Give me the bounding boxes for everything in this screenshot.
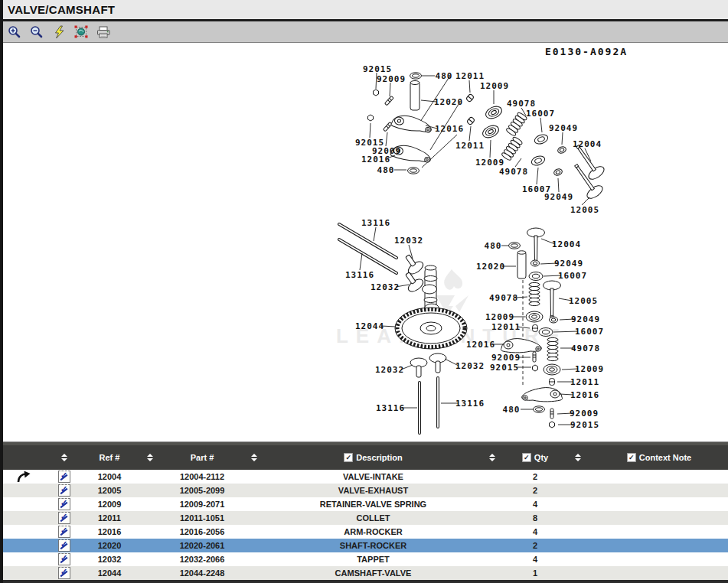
part-label[interactable]: 12016 [361,155,390,164]
zoom-out-icon[interactable] [29,24,44,40]
col-context-label[interactable]: Context Note [639,453,691,462]
part-label[interactable]: 13116 [361,218,390,228]
cell-arrow [0,525,47,539]
part-label[interactable]: 12020 [476,262,505,272]
part-label[interactable]: 12004 [552,239,581,249]
part-label[interactable]: 12011 [455,71,485,81]
cell-description: COLLET [266,511,480,525]
part-label[interactable]: 49078 [489,293,518,303]
part-label[interactable]: 12044 [355,321,384,331]
part-label[interactable]: 12009 [480,81,509,91]
part-label[interactable]: 480 [436,71,453,81]
col-description-label[interactable]: Description [356,453,403,462]
part-details-icon[interactable] [58,498,70,510]
sort-icon[interactable] [251,454,257,461]
part-label[interactable]: 12032 [371,282,400,292]
part-details-icon[interactable] [58,526,70,538]
table-row[interactable]: 1201112011-1051COLLET8 [0,511,728,525]
table-body: 1200412004-2112VALVE-INTAKE21200512005-2… [0,470,728,580]
part-label[interactable]: 92009 [377,74,406,84]
part-label[interactable]: 16007 [526,109,555,119]
part-label[interactable]: 12011 [455,141,485,151]
part-label[interactable]: 12032 [455,361,485,371]
part-label[interactable]: 12016 [466,340,495,350]
table-row[interactable]: 1201612016-2056ARM-ROCKER4 [0,525,728,539]
part-details-icon[interactable] [58,567,70,579]
qty-checkbox[interactable] [522,453,531,462]
cell-icon [47,511,81,525]
part-label[interactable]: 12009 [575,364,604,374]
part-label[interactable]: 13116 [345,270,374,280]
part-label[interactable]: 12005 [570,205,599,215]
page-title: VALVE/CAMSHAFT [0,3,115,16]
part-label[interactable]: 49078 [507,99,536,109]
cell-ref: 12009 [81,497,138,511]
col-part-label[interactable]: Part # [191,453,214,462]
cell-qty: 4 [504,525,566,539]
part-label[interactable]: 12011 [491,322,521,332]
cell-qty: 8 [504,511,566,525]
part-label[interactable]: 16007 [575,327,604,337]
part-label[interactable]: 12005 [569,296,598,306]
part-label[interactable]: 12020 [434,97,463,107]
part-label[interactable]: 480 [503,405,521,415]
cell-part: 12004-2112 [162,470,242,484]
part-label[interactable]: 12016 [570,390,599,400]
part-label[interactable]: 13116 [455,399,485,409]
part-label[interactable]: 480 [377,165,395,175]
cell-description: RETAINER-VALVE SPRING [266,497,480,511]
part-label[interactable]: 92009 [491,353,521,363]
part-label[interactable]: 92049 [544,192,573,202]
part-label[interactable]: 12032 [394,236,423,246]
part-label[interactable]: 92009 [570,409,599,419]
cell-ref: 12020 [81,539,138,552]
part-label[interactable]: 92015 [570,420,599,430]
cell-description: CAMSHAFT-VALVE [266,566,480,580]
part-label[interactable]: 12009 [485,312,514,322]
part-label[interactable]: 12032 [375,365,404,375]
part-label[interactable]: 92015 [490,363,519,373]
part-details-icon[interactable] [58,539,70,552]
context-note-checkbox[interactable] [627,453,636,462]
description-checkbox[interactable] [344,453,353,462]
col-qty-label[interactable]: Qty [534,453,548,462]
sort-icon[interactable] [489,454,495,461]
part-label[interactable]: 480 [485,241,502,251]
cell-icon [47,525,81,539]
cell-part: 12020-2061 [162,539,242,552]
part-details-icon[interactable] [58,471,70,483]
table-row[interactable]: 1200912009-2071RETAINER-VALVE SPRING4 [0,497,728,511]
part-label[interactable]: 16007 [558,271,587,281]
part-label[interactable]: 12004 [573,139,602,149]
part-label[interactable]: 13116 [376,403,405,413]
sort-icon[interactable] [575,454,581,461]
part-label[interactable]: 92049 [571,314,600,324]
part-details-icon[interactable] [58,512,70,524]
part-details-icon[interactable] [58,484,70,497]
cell-arrow [0,552,47,566]
sort-icon[interactable] [61,454,67,461]
sort-icon[interactable] [147,454,153,461]
hotspot-select-icon[interactable] [73,24,89,40]
zoom-in-icon[interactable] [7,24,22,40]
cell-icon [47,552,81,566]
table-row[interactable]: 1202012020-2061SHAFT-ROCKER2 [0,539,728,552]
col-ref-label[interactable]: Ref # [100,453,120,462]
part-details-icon[interactable] [58,553,70,565]
part-label[interactable]: 49078 [571,344,600,353]
table-row[interactable]: 1200412004-2112VALVE-INTAKE2 [0,470,728,484]
diagram-code: E0130-A092A [545,46,628,57]
part-label[interactable]: 12011 [570,377,599,387]
cell-qty: 4 [504,552,566,566]
leader-line [562,132,563,145]
table-row[interactable]: 1204412044-2248CAMSHAFT-VALVE1 [0,566,728,580]
update-lightning-icon[interactable] [51,24,67,40]
table-row[interactable]: 1200512005-2099VALVE-EXHAUST2 [0,484,728,497]
part-label[interactable]: 92049 [549,123,578,133]
table-row[interactable]: 1203212032-2066TAPPET4 [0,552,728,566]
part-label[interactable]: 92049 [554,259,583,269]
part-label[interactable]: 49078 [499,167,528,177]
print-icon[interactable] [96,24,111,40]
part-label[interactable]: 92015 [363,64,392,74]
part-label[interactable]: 12016 [435,124,464,134]
